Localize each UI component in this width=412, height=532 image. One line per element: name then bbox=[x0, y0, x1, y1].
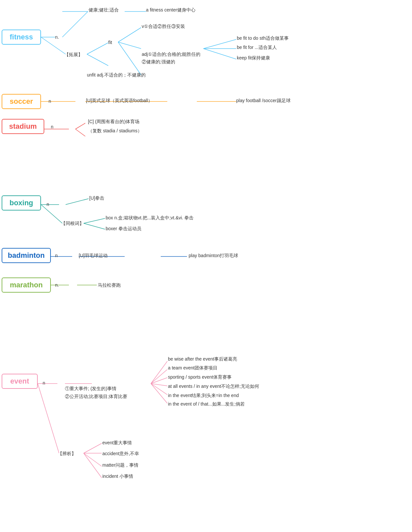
soccer-pos: n bbox=[49, 99, 51, 104]
svg-line-34 bbox=[151, 384, 167, 386]
boxing-label: boxing bbox=[10, 199, 33, 207]
badminton-def: [U]羽毛球运动 bbox=[79, 253, 108, 259]
svg-line-37 bbox=[38, 384, 59, 453]
badminton-label: badminton bbox=[8, 251, 45, 260]
svg-line-2 bbox=[41, 37, 66, 54]
box-def: box n.盒;箱状物vt.把...装入盒中;vt.&vi. 拳击 bbox=[106, 215, 194, 221]
marathon-pos: n. bbox=[55, 282, 59, 288]
event-e2: a team event团体赛项目 bbox=[168, 365, 217, 371]
boxing-node: boxing bbox=[2, 195, 41, 211]
soccer-label: soccer bbox=[10, 97, 33, 106]
stadium-pos: n bbox=[51, 124, 53, 129]
svg-line-38 bbox=[84, 443, 102, 453]
event-e6: in the event of / that...如果...发生;倘若 bbox=[168, 401, 245, 407]
fit-adj: adj①适合的;合格的;能胜任的 ②健康的;强健的 bbox=[142, 43, 200, 65]
svg-line-7 bbox=[118, 28, 141, 42]
fitness-expand: 【拓展】 bbox=[64, 52, 83, 58]
fitness-center: a fitness center健身中心 bbox=[146, 7, 196, 13]
fit-v: v①合适②胜任③安装 bbox=[142, 24, 185, 30]
svg-line-31 bbox=[151, 361, 167, 384]
svg-line-33 bbox=[151, 378, 167, 384]
svg-line-11 bbox=[203, 49, 236, 59]
fitness-label: fitness bbox=[10, 33, 33, 41]
event-e1: be wise after the event事后诸葛亮 bbox=[168, 356, 237, 362]
svg-line-21 bbox=[41, 205, 62, 223]
marathon-node: marathon bbox=[2, 277, 51, 293]
svg-line-17 bbox=[75, 123, 85, 129]
svg-line-9 bbox=[203, 39, 236, 49]
event-b4: incident 小事情 bbox=[102, 474, 133, 479]
svg-line-35 bbox=[151, 384, 167, 395]
event-pos: n bbox=[43, 380, 45, 386]
mind-map: fitness n. 健康;健壮;适合 a fitness center健身中心… bbox=[0, 0, 412, 532]
stadium-def1: [C] (周围有看台的)体育场 bbox=[88, 119, 139, 125]
boxer-def: boxer 拳击运动员 bbox=[106, 226, 141, 232]
fit-be1: be fit to do sth适合做某事 bbox=[237, 35, 289, 41]
badminton-play: play badminton打羽毛球 bbox=[189, 253, 238, 259]
boxing-related: 【同根词】 bbox=[61, 221, 84, 227]
badminton-pos: n bbox=[55, 253, 58, 258]
svg-line-23 bbox=[84, 223, 105, 229]
event-label: event bbox=[10, 377, 29, 386]
unfit: unfit adj.不适合的；不健康的 bbox=[87, 72, 146, 78]
fit-label: fit bbox=[108, 39, 112, 45]
soccer-def: [U]英式足球（英式英语football） bbox=[86, 98, 153, 104]
event-node: event bbox=[2, 374, 38, 389]
svg-line-1 bbox=[62, 11, 88, 37]
marathon-def: 马拉松赛跑 bbox=[98, 282, 121, 288]
event-e4: at all events / in any event不论怎样;无论如何 bbox=[168, 384, 259, 389]
event-b3: matter问题，事情 bbox=[102, 462, 138, 468]
svg-line-32 bbox=[151, 369, 167, 384]
fit-keep: keep fit保持健康 bbox=[237, 55, 270, 61]
event-def: ①重大事件; (发生的)事情 ②公开活动;比赛项目;体育比赛 bbox=[65, 377, 127, 400]
fitness-pos: n. bbox=[55, 34, 59, 40]
soccer-node: soccer bbox=[2, 94, 41, 109]
event-b2: accident意外,不幸 bbox=[102, 451, 139, 457]
badminton-node: badminton bbox=[2, 248, 51, 263]
svg-line-20 bbox=[66, 199, 89, 205]
svg-line-40 bbox=[84, 453, 102, 466]
svg-line-36 bbox=[151, 384, 167, 403]
svg-line-3 bbox=[87, 43, 108, 54]
svg-line-18 bbox=[75, 129, 85, 136]
marathon-label: marathon bbox=[10, 281, 43, 289]
boxing-def: [U]拳击 bbox=[89, 195, 104, 201]
event-b1: event重大事情 bbox=[102, 440, 132, 446]
stadium-node: stadium bbox=[2, 119, 44, 134]
stadium-label: stadium bbox=[9, 122, 37, 131]
fitness-health: 健康;健壮;适合 bbox=[89, 7, 119, 13]
event-e5: in the event结果;到头来=in the end bbox=[168, 393, 239, 399]
svg-line-8 bbox=[118, 42, 141, 49]
stadium-def2: （复数 stadia / stadiums） bbox=[88, 128, 142, 134]
svg-line-41 bbox=[84, 453, 102, 478]
fitness-node: fitness bbox=[2, 30, 41, 45]
svg-line-22 bbox=[84, 218, 105, 223]
boxing-pos: n bbox=[47, 202, 49, 207]
event-bianxi: 【辨析】 bbox=[58, 451, 76, 457]
svg-line-4 bbox=[87, 54, 108, 66]
event-e3: sporting / sports event体育赛事 bbox=[168, 374, 232, 380]
svg-line-12 bbox=[118, 42, 141, 75]
soccer-play: play football /soccer踢足球 bbox=[236, 98, 291, 104]
fit-be2: be fit for ...适合某人 bbox=[237, 45, 277, 51]
